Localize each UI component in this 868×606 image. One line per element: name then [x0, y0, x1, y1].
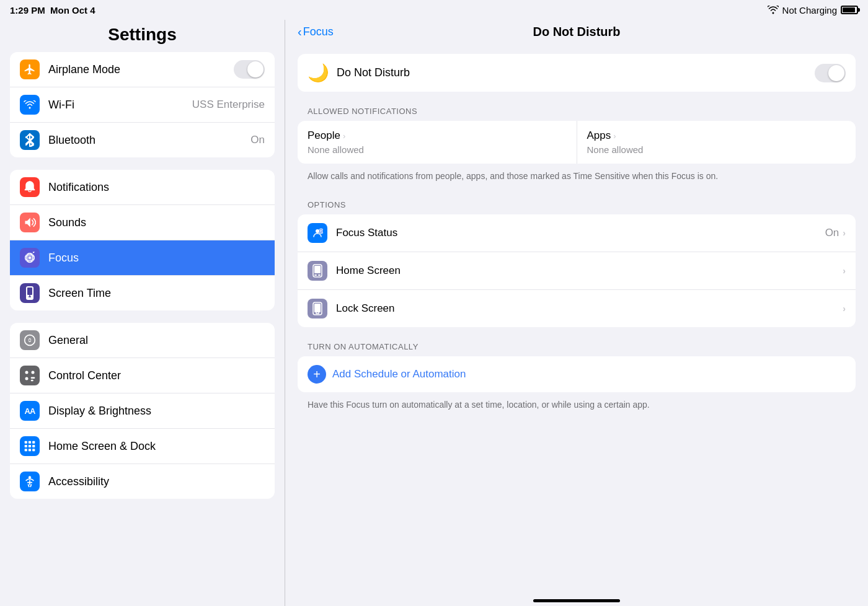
options-card: Focus Status On › [298, 214, 856, 327]
svg-rect-10 [31, 377, 35, 379]
status-time: 1:29 PM Mon Oct 4 [10, 5, 95, 15]
sidebar: Settings Airplane Mode [0, 20, 285, 606]
svg-rect-11 [31, 380, 33, 382]
settings-row-airplane-mode[interactable]: Airplane Mode [10, 52, 275, 87]
lock-screen-row[interactable]: Lock Screen › [298, 290, 856, 327]
panel-title: Do Not Disturb [533, 25, 620, 39]
svg-rect-14 [32, 441, 35, 444]
svg-point-21 [29, 476, 31, 478]
bluetooth-label: Bluetooth [48, 134, 250, 147]
apps-card[interactable]: Apps › None allowed [577, 121, 856, 164]
svg-point-7 [25, 371, 29, 374]
home-indicator [285, 589, 868, 606]
settings-row-display-brightness[interactable]: AA Display & Brightness [10, 393, 275, 429]
settings-row-home-screen-dock[interactable]: Home Screen & Dock [10, 429, 275, 464]
lock-screen-chevron-icon: › [843, 304, 846, 314]
add-schedule-button[interactable]: + Add Schedule or Automation [298, 356, 856, 392]
sounds-icon [20, 213, 40, 232]
settings-group-system: General Control Center [10, 323, 275, 499]
people-subtitle: None allowed [308, 144, 567, 155]
people-card[interactable]: People › None allowed [298, 121, 577, 164]
bluetooth-icon [20, 130, 40, 150]
svg-point-3 [29, 257, 31, 259]
svg-rect-31 [314, 304, 321, 312]
settings-row-focus[interactable]: Focus [10, 240, 275, 276]
screen-time-icon [20, 283, 40, 303]
svg-rect-20 [32, 449, 35, 451]
lock-screen-options-label: Lock Screen [336, 302, 843, 315]
svg-point-6 [29, 339, 30, 341]
dnd-toggle-card: 🌙 Do Not Disturb [298, 54, 856, 92]
home-screen-dock-label: Home Screen & Dock [48, 440, 265, 453]
svg-rect-15 [25, 445, 27, 447]
notifications-icon [20, 177, 40, 197]
wifi-label: Wi-Fi [48, 99, 192, 112]
settings-row-control-center[interactable]: Control Center [10, 358, 275, 393]
dnd-toggle[interactable] [815, 64, 846, 82]
not-charging-label: Not Charging [782, 5, 837, 15]
notifications-label: Notifications [48, 181, 265, 194]
add-schedule-label: Add Schedule or Automation [332, 368, 466, 380]
svg-rect-12 [25, 441, 27, 444]
settings-group-alerts: Notifications Sounds [10, 170, 275, 310]
airplane-mode-toggle[interactable] [234, 60, 265, 79]
add-circle-icon: + [308, 365, 326, 384]
back-button[interactable]: ‹ Focus [298, 25, 334, 39]
wifi-value: USS Enterprise [192, 99, 265, 111]
focus-label: Focus [48, 252, 265, 265]
people-chevron-icon: › [343, 131, 345, 141]
sidebar-content: Airplane Mode Wi-Fi [0, 52, 285, 606]
apps-subtitle: None allowed [587, 144, 846, 155]
allowed-notifications-section: ALLOWED NOTIFICATIONS People › None allo… [298, 97, 856, 185]
svg-rect-28 [314, 274, 317, 276]
svg-point-9 [25, 377, 29, 380]
automation-info: Have this Focus turn on automatically at… [298, 392, 856, 414]
settings-row-screen-time[interactable]: Screen Time [10, 276, 275, 310]
svg-rect-18 [25, 449, 27, 451]
focus-status-icon [308, 223, 327, 243]
settings-row-bluetooth[interactable]: Bluetooth On [10, 123, 275, 157]
dnd-header-left: 🌙 Do Not Disturb [308, 63, 410, 83]
focus-status-chevron-icon: › [843, 228, 846, 238]
svg-point-0 [29, 181, 31, 183]
home-screen-dock-icon [20, 436, 40, 456]
automation-section: TURN ON AUTOMATICALLY + Add Schedule or … [298, 332, 856, 414]
settings-row-sounds[interactable]: Sounds [10, 205, 275, 240]
focus-status-value: On [825, 227, 839, 239]
display-brightness-icon: AA [20, 401, 40, 421]
home-screen-row[interactable]: Home Screen › [298, 252, 856, 290]
allowed-notifications-label: ALLOWED NOTIFICATIONS [298, 97, 856, 121]
focus-status-row[interactable]: Focus Status On › [298, 214, 856, 252]
settings-row-notifications[interactable]: Notifications [10, 170, 275, 205]
control-center-label: Control Center [48, 369, 265, 382]
accessibility-label: Accessibility [48, 475, 265, 488]
automation-card: + Add Schedule or Automation [298, 356, 856, 392]
dnd-moon-icon: 🌙 [308, 63, 329, 83]
wifi-settings-icon [20, 95, 40, 115]
settings-row-wifi[interactable]: Wi-Fi USS Enterprise [10, 87, 275, 123]
dnd-title: Do Not Disturb [337, 66, 410, 79]
screen-time-label: Screen Time [48, 287, 265, 300]
accessibility-icon [20, 472, 40, 491]
automation-label: TURN ON AUTOMATICALLY [298, 332, 856, 356]
display-brightness-label: Display & Brightness [48, 405, 265, 418]
apps-chevron-icon: › [613, 131, 616, 141]
general-icon [20, 330, 40, 350]
airplane-mode-icon [20, 59, 40, 79]
status-bar: 1:29 PM Mon Oct 4 Not Charging [0, 0, 868, 20]
status-right: Not Charging [768, 5, 858, 15]
home-screen-options-label: Home Screen [336, 265, 843, 277]
settings-row-accessibility[interactable]: Accessibility [10, 464, 275, 499]
control-center-icon [20, 366, 40, 385]
right-panel: ‹ Focus Do Not Disturb 🌙 Do Not Disturb … [285, 20, 868, 606]
svg-point-25 [321, 231, 322, 232]
sounds-label: Sounds [48, 216, 265, 229]
panel-content: 🌙 Do Not Disturb ALLOWED NOTIFICATIONS P… [285, 46, 868, 589]
settings-row-general[interactable]: General [10, 323, 275, 358]
lock-screen-options-icon [308, 299, 327, 318]
battery-icon [841, 6, 858, 14]
svg-rect-5 [27, 288, 32, 295]
svg-rect-13 [29, 441, 31, 444]
back-chevron-icon: ‹ [298, 25, 302, 39]
focus-status-label: Focus Status [336, 227, 825, 239]
